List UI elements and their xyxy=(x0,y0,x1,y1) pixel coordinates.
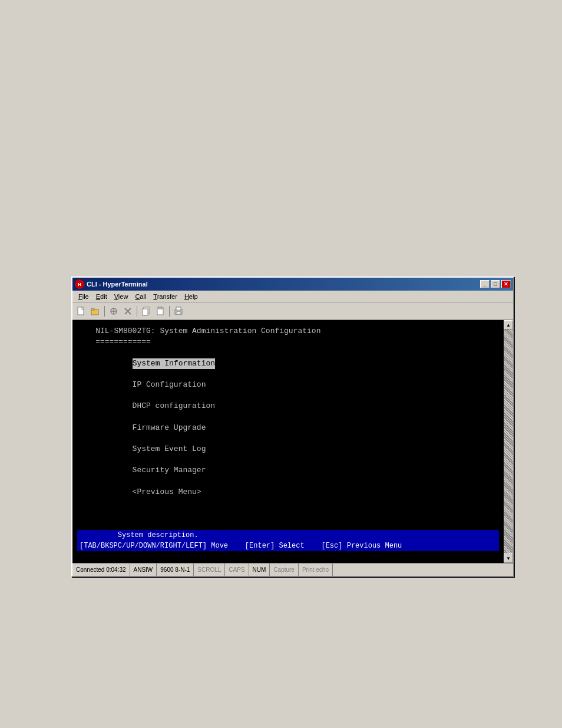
status-caps: CAPS xyxy=(225,564,249,576)
toolbar-separator-1 xyxy=(104,306,105,317)
svg-rect-15 xyxy=(176,307,181,310)
cmd-bar: [TAB/BKSPC/UP/DOWN/RIGHT/LEFT] Move [Ent… xyxy=(77,541,499,551)
maximize-button[interactable]: □ xyxy=(491,280,500,288)
open-button[interactable] xyxy=(89,305,102,318)
status-encoding: ANSIW xyxy=(130,564,157,576)
scroll-up-button[interactable]: ▲ xyxy=(504,320,513,330)
toolbar xyxy=(72,302,513,320)
menu-edit[interactable]: Edit xyxy=(92,292,111,301)
new-button[interactable] xyxy=(75,305,88,318)
menu-file[interactable]: File xyxy=(75,292,92,301)
terminal[interactable]: NIL-SM8002TG: System Administration Conf… xyxy=(72,320,504,563)
status-num: NUM xyxy=(249,564,270,576)
disconnect-button[interactable] xyxy=(121,305,134,318)
status-baud: 9600 8-N-1 xyxy=(157,564,194,576)
svg-text:H: H xyxy=(78,282,81,286)
window-title: CLI - HyperTerminal xyxy=(87,281,148,288)
status-description-bar: System description. xyxy=(77,530,499,541)
terminal-container: NIL-SM8002TG: System Administration Conf… xyxy=(72,320,513,563)
scroll-down-button[interactable]: ▼ xyxy=(504,554,513,563)
print-button[interactable] xyxy=(172,305,185,318)
copy-button[interactable] xyxy=(140,305,153,318)
status-print-echo: Print echo xyxy=(299,564,333,576)
svg-rect-2 xyxy=(78,307,84,315)
menu-call[interactable]: Call xyxy=(131,292,150,301)
scrollbar[interactable]: ▲ ▼ xyxy=(504,320,513,563)
statusbar: Connected 0:04:32 ANSIW 9600 8-N-1 SCROL… xyxy=(72,563,513,576)
connect-button[interactable] xyxy=(107,305,120,318)
terminal-content: NIL-SM8002TG: System Administration Conf… xyxy=(77,326,499,530)
status-scroll: SCROLL xyxy=(194,564,225,576)
titlebar-buttons: _ □ ✕ xyxy=(480,280,511,288)
titlebar-left: H CLI - HyperTerminal xyxy=(75,279,148,289)
menu-transfer[interactable]: Transfer xyxy=(150,292,181,301)
scroll-track[interactable] xyxy=(504,330,513,554)
svg-rect-16 xyxy=(176,312,181,314)
svg-rect-11 xyxy=(143,309,148,315)
menu-item-system-information[interactable]: System Information xyxy=(133,358,215,369)
titlebar: H CLI - HyperTerminal _ □ ✕ xyxy=(72,278,513,291)
toolbar-separator-3 xyxy=(169,306,170,317)
status-connected: Connected 0:04:32 xyxy=(72,564,130,576)
menu-view[interactable]: View xyxy=(111,292,132,301)
toolbar-separator-2 xyxy=(137,306,137,317)
svg-rect-13 xyxy=(158,307,162,309)
app-icon: H xyxy=(75,279,84,289)
svg-rect-4 xyxy=(91,308,94,310)
minimize-button[interactable]: _ xyxy=(480,280,490,288)
hyperterminal-window: H CLI - HyperTerminal _ □ ✕ File Edit Vi… xyxy=(71,276,514,577)
close-button[interactable]: ✕ xyxy=(501,280,511,288)
status-capture: Capture xyxy=(270,564,299,576)
menubar: File Edit View Call Transfer Help xyxy=(72,291,513,302)
paste-button[interactable] xyxy=(154,305,167,318)
menu-help[interactable]: Help xyxy=(181,292,201,301)
